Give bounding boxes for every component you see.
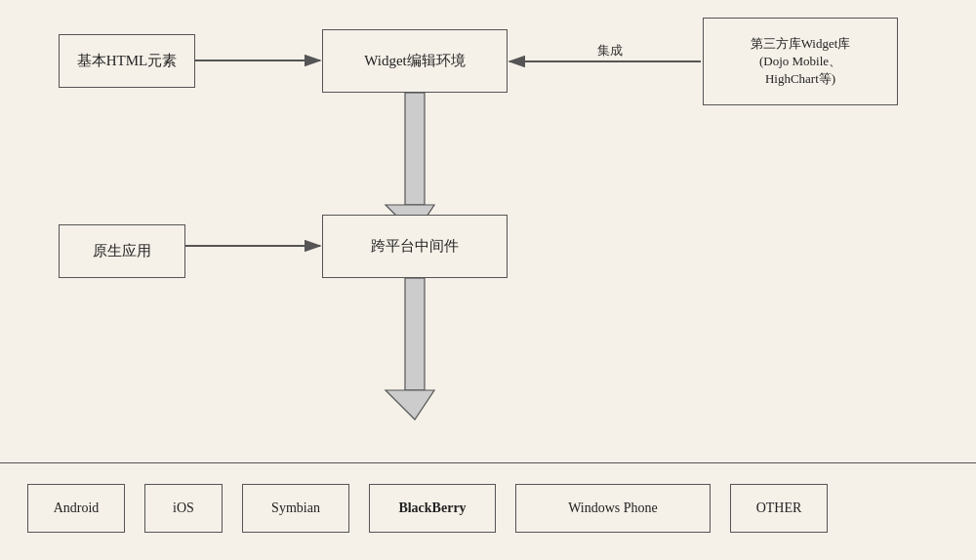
platform-android: Android [27, 484, 125, 533]
box-cross-platform-label: 跨平台中间件 [371, 237, 459, 256]
platform-blackberry: BlackBerry [369, 484, 496, 533]
box-third-party: 第三方库Widget库 (Dojo Mobile、 HighChart等) [703, 18, 898, 105]
platform-windows-phone: Windows Phone [515, 484, 711, 533]
platform-android-label: Android [54, 500, 100, 516]
box-native-label: 原生应用 [93, 242, 151, 260]
platform-blackberry-label: BlackBerry [398, 500, 466, 516]
svg-marker-9 [386, 390, 434, 420]
platform-symbian-label: Symbian [271, 500, 320, 516]
platform-windows-phone-label: Windows Phone [568, 500, 658, 516]
svg-rect-8 [405, 278, 425, 390]
platform-ios: iOS [144, 484, 223, 533]
platform-other: OTHER [730, 484, 828, 533]
box-widget: Widget编辑环境 [322, 29, 508, 93]
box-native: 原生应用 [59, 224, 185, 278]
box-cross-platform: 跨平台中间件 [322, 215, 508, 278]
platform-other-label: OTHER [756, 500, 802, 516]
box-html: 基本HTML元素 [59, 34, 195, 88]
svg-text:集成: 集成 [597, 43, 623, 58]
diagram-container: 集成 基本HTML元素 Widget编辑环境 第三方库Widget库 (Dojo… [0, 0, 976, 560]
box-third-party-label: 第三方库Widget库 (Dojo Mobile、 HighChart等) [751, 35, 851, 89]
box-widget-label: Widget编辑环境 [364, 52, 466, 70]
platform-ios-label: iOS [173, 500, 194, 516]
box-html-label: 基本HTML元素 [77, 52, 178, 70]
platform-symbian: Symbian [242, 484, 349, 533]
svg-rect-5 [405, 93, 425, 205]
